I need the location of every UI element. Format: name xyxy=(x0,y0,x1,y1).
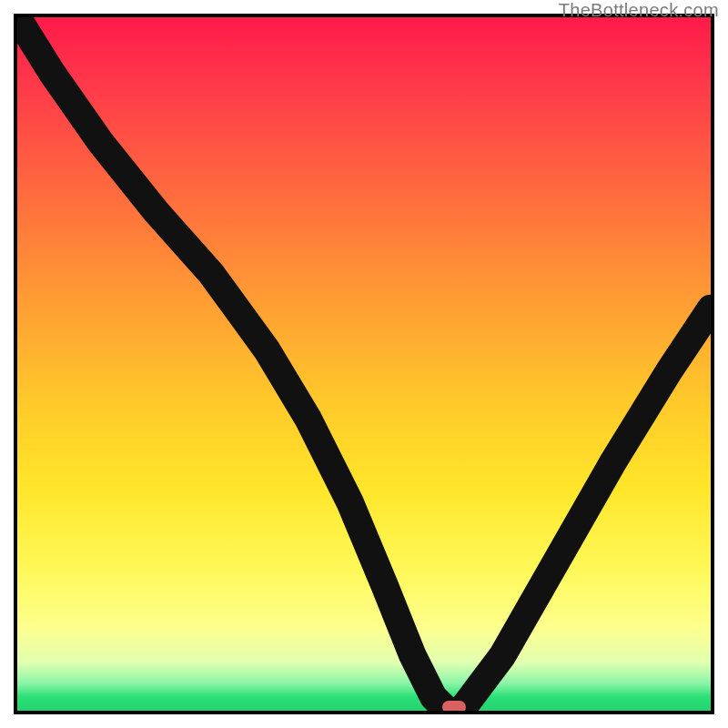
bottleneck-curve-path xyxy=(17,17,711,711)
plot-area xyxy=(14,14,714,714)
curve-svg xyxy=(17,17,711,711)
watermark-label: TheBottleneck.com xyxy=(559,0,719,21)
bottleneck-chart: TheBottleneck.com xyxy=(0,0,728,728)
optimal-marker xyxy=(442,701,466,713)
